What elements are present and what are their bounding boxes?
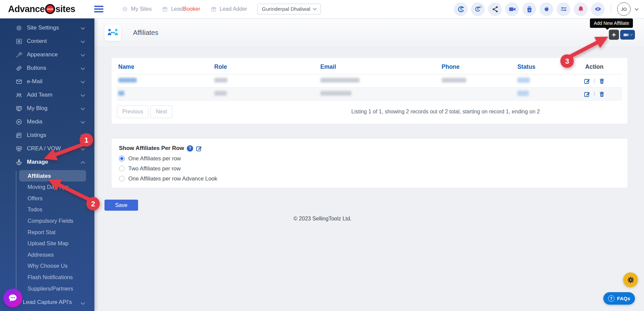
transfer-button[interactable] [557, 2, 570, 16]
chevron-down-icon [81, 39, 85, 43]
user-dropdown[interactable]: Gurinderpal Dhaliwal [257, 4, 321, 14]
edit-icon[interactable] [196, 145, 202, 152]
sidebar-item-compulsory-fields[interactable]: Compulsory Fields [0, 215, 94, 227]
divider: | [594, 77, 595, 83]
avatar[interactable]: JO [617, 2, 631, 16]
save-button[interactable]: Save [104, 200, 138, 211]
chevron-down-icon [81, 79, 85, 84]
col-header-status: Status [516, 60, 566, 74]
add-new-affiliate-tooltip: Add New Affiliate [590, 18, 633, 28]
sidebar-item-my-blog[interactable]: My Blog [0, 102, 94, 115]
nav-leadbooker[interactable]: LeadBooker [162, 6, 200, 12]
footer-copyright: © 2023 SellingToolz Ltd. [94, 216, 644, 222]
radio-unselected-icon[interactable] [119, 166, 125, 171]
previous-button[interactable]: Previous [117, 105, 148, 118]
chevron-down-icon [81, 106, 85, 110]
affiliates-icon [104, 24, 121, 41]
sidebar-item-report-stat[interactable]: Report Stat [0, 226, 94, 238]
status-link[interactable] [517, 77, 530, 83]
sidebar-item-media[interactable]: Media [0, 115, 94, 128]
radio-one-per-row-advance[interactable]: One Affiliates per row Advance Look [119, 175, 217, 182]
site-logo-button[interactable] [454, 2, 468, 16]
people-icon [15, 91, 23, 99]
sidebar-item-appearance[interactable]: Appearance [0, 48, 94, 61]
gift-icon [162, 6, 168, 12]
sidebar-item-addresses[interactable]: Addresses [0, 249, 94, 261]
gear-icon [627, 276, 635, 284]
apple-button[interactable] [540, 2, 553, 16]
notifications-button[interactable] [574, 2, 588, 16]
nav-links: My Sites LeadBooker Lead Adder Gurinderp… [122, 4, 321, 14]
chevron-down-icon [81, 25, 85, 30]
nav-lead-adder[interactable]: Lead Adder [210, 6, 247, 12]
col-header-email: Email [319, 60, 440, 74]
apple-icon [543, 5, 550, 13]
help-icon[interactable]: ? [187, 145, 193, 152]
chat-button[interactable] [3, 289, 22, 307]
col-header-name: Name [117, 60, 213, 74]
sidebar-item-why-choose-us[interactable]: Why Choose Us [0, 260, 94, 272]
page-title: Affiliates [133, 29, 158, 37]
chevron-up-icon [81, 161, 85, 165]
sidebar-item-offers[interactable]: Offers [0, 193, 94, 204]
sidebar-item-moving-day-tips[interactable]: Moving Day Tips [0, 182, 94, 193]
radio-one-per-row[interactable]: One Affiliates per row [119, 155, 181, 162]
sidebar-item-content[interactable]: Content [0, 35, 94, 48]
video-help-dropdown-button[interactable] [620, 30, 635, 40]
faqs-button[interactable]: ? FAQs [603, 292, 635, 305]
edit-button[interactable] [584, 78, 590, 84]
col-header-role: Role [213, 60, 319, 74]
radio-unselected-icon[interactable] [119, 176, 125, 182]
share-button[interactable] [488, 2, 502, 16]
hamburger-menu-icon[interactable] [94, 6, 103, 12]
video-call-button[interactable] [505, 2, 519, 16]
sidebar-item-add-team[interactable]: Add Team [0, 88, 94, 102]
sidebar-item-email[interactable]: e-Mail [0, 75, 94, 88]
sidebar-item-upload-site-map[interactable]: Upload Site Map [0, 238, 94, 249]
delete-button[interactable] [599, 78, 605, 84]
preview-button[interactable] [591, 2, 605, 16]
edit-button[interactable] [584, 91, 590, 97]
radio-two-per-row[interactable]: Two Affiliates per row [119, 165, 181, 172]
sidebar-item-manage[interactable]: Manage [0, 155, 94, 169]
nav-my-sites[interactable]: My Sites [122, 6, 152, 12]
panel-title: Show Affiliates Per Row [119, 145, 184, 152]
sidebar-item-listings[interactable]: Listings [0, 128, 94, 142]
sidebar-item-todos[interactable]: Todos [0, 204, 94, 215]
redacted-role [214, 91, 227, 96]
logo-text: sites [55, 4, 75, 14]
app-store-bag-icon [526, 5, 533, 13]
sidebar-item-buttons[interactable]: Buttons [0, 61, 94, 75]
gear-icon [15, 24, 23, 32]
question-mark-icon: ? [608, 295, 614, 302]
site-logo-icon [457, 5, 465, 13]
affiliate-name-link[interactable] [118, 91, 124, 96]
divider: | [594, 91, 595, 96]
sidebar-item-crea-vow[interactable]: CREA / VOW [0, 142, 94, 155]
magic-wand-icon [15, 51, 23, 58]
chevron-down-icon[interactable] [635, 7, 638, 10]
logo-text: Advance [8, 4, 45, 14]
affiliate-name-link[interactable] [118, 78, 137, 83]
video-camera-icon [509, 5, 516, 13]
logo[interactable]: Advance WEB sites [8, 4, 75, 14]
settings-fab-button[interactable] [623, 272, 638, 287]
chevron-down-icon [313, 6, 317, 10]
radio-selected-icon[interactable] [119, 156, 125, 161]
redacted-phone [442, 78, 466, 83]
affiliates-table-card: Name Role Email Phone Status Action [111, 57, 628, 124]
site-settings-button[interactable] [471, 2, 485, 16]
delete-button[interactable] [599, 91, 605, 97]
sidebar-item-affiliates[interactable]: Affiliates [19, 170, 86, 182]
buttons-icon [15, 64, 23, 72]
logo-web-badge: WEB [45, 4, 55, 14]
status-link[interactable] [517, 91, 529, 96]
next-button[interactable]: Next [151, 105, 172, 118]
sidebar-item-site-settings[interactable]: Site Settings [0, 21, 94, 35]
add-affiliate-button[interactable]: + [609, 30, 619, 40]
sidebar-item-flash-notifications[interactable]: Flash Notifications [0, 272, 94, 283]
app-store-button[interactable] [522, 2, 536, 16]
site-logo-gear-icon [474, 5, 482, 13]
video-camera-icon [623, 33, 629, 37]
transfer-arrows-icon [560, 5, 567, 13]
